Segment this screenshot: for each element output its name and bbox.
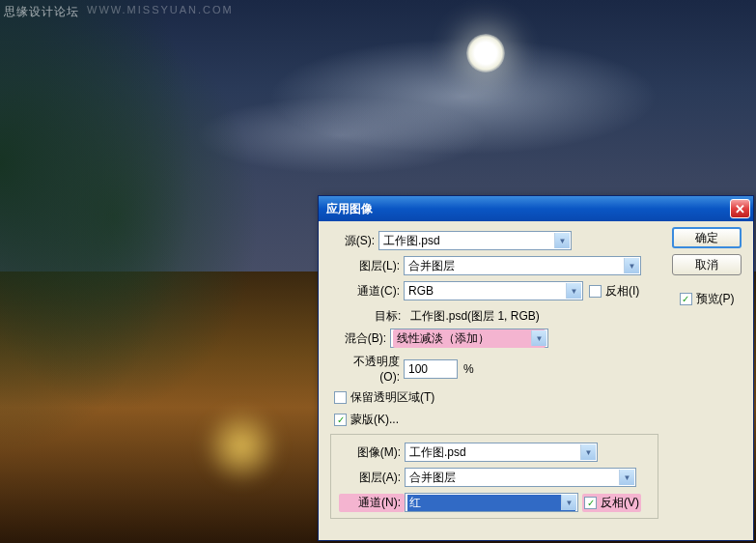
mask-invert-label: 反相(V) <box>601 495 639 511</box>
opacity-input[interactable] <box>404 359 458 379</box>
dialog-body: 确定 取消 ✓ 预览(P) 源(S): 工作图.psd ▼ 图层(L): 合并图… <box>319 221 753 540</box>
button-column: 确定 取消 ✓ 预览(P) <box>672 227 742 307</box>
mask-image-label: 图像(M): <box>339 444 405 461</box>
channel-select[interactable]: RGB ▼ <box>404 281 583 300</box>
target-label: 目标: <box>375 309 401 323</box>
opacity-label: 不透明度(O): <box>334 354 404 384</box>
apply-image-dialog: 应用图像 ✕ 确定 取消 ✓ 预览(P) 源(S): 工作图.psd ▼ 图层(… <box>318 195 754 541</box>
ok-button[interactable]: 确定 <box>672 227 742 248</box>
mask-invert-checkbox[interactable]: ✓ <box>584 497 597 509</box>
mask-invert-highlight: ✓ 反相(V) <box>582 494 641 512</box>
preview-checkbox[interactable]: ✓ <box>680 293 692 305</box>
watermark-text: 思缘设计论坛 <box>4 4 79 20</box>
dialog-title: 应用图像 <box>326 201 730 217</box>
close-icon: ✕ <box>735 202 745 216</box>
mask-image-select[interactable]: 工作图.psd ▼ <box>405 443 598 462</box>
target-row: 目标: 工作图.psd(图层 1, RGB) <box>375 308 658 325</box>
preview-label: 预览(P) <box>696 291 735 307</box>
chevron-down-icon: ▼ <box>624 258 639 273</box>
mask-layer-select[interactable]: 合并图层 ▼ <box>405 468 636 487</box>
mask-layer-label: 图层(A): <box>339 470 405 486</box>
chevron-down-icon: ▼ <box>619 470 634 485</box>
mask-channel-select[interactable]: 红 ▼ <box>405 493 578 512</box>
blend-select[interactable]: 线性减淡（添加） ▼ <box>390 329 548 348</box>
layer-select[interactable]: 合并图层 ▼ <box>404 256 641 275</box>
moon <box>466 34 505 72</box>
blend-label: 混合(B): <box>334 330 390 347</box>
titlebar[interactable]: 应用图像 ✕ <box>319 196 753 221</box>
preview-row: ✓ 预览(P) <box>680 291 735 307</box>
chevron-down-icon: ▼ <box>531 330 546 346</box>
channel-label: 通道(C): <box>348 283 404 300</box>
watermark-url: WWW.MISSYUAN.COM <box>87 4 234 15</box>
chevron-down-icon: ▼ <box>554 233 570 248</box>
close-button[interactable]: ✕ <box>730 199 750 218</box>
target-value: 工作图.psd(图层 1, RGB) <box>410 309 539 323</box>
preserve-transparency-label: 保留透明区域(T) <box>350 389 434 406</box>
mask-channel-label: 通道(N): <box>339 494 405 512</box>
chevron-down-icon: ▼ <box>566 283 581 299</box>
street-lights <box>145 408 338 485</box>
chevron-down-icon: ▼ <box>561 495 576 510</box>
mask-checkbox[interactable]: ✓ <box>334 414 347 426</box>
opacity-pct: % <box>458 362 474 376</box>
invert-channel-checkbox[interactable] <box>589 285 602 298</box>
chevron-down-icon: ▼ <box>580 444 596 460</box>
mask-fieldset: 图像(M): 工作图.psd ▼ 图层(A): 合并图层 ▼ 通道(N): <box>330 434 658 519</box>
invert-channel-label: 反相(I) <box>605 283 639 300</box>
layer-label: 图层(L): <box>348 258 404 274</box>
preserve-transparency-checkbox[interactable] <box>334 391 347 404</box>
source-select[interactable]: 工作图.psd ▼ <box>378 231 572 250</box>
cancel-button[interactable]: 取消 <box>672 254 742 275</box>
source-label: 源(S): <box>330 233 378 249</box>
mask-label: 蒙版(K)... <box>350 412 399 428</box>
